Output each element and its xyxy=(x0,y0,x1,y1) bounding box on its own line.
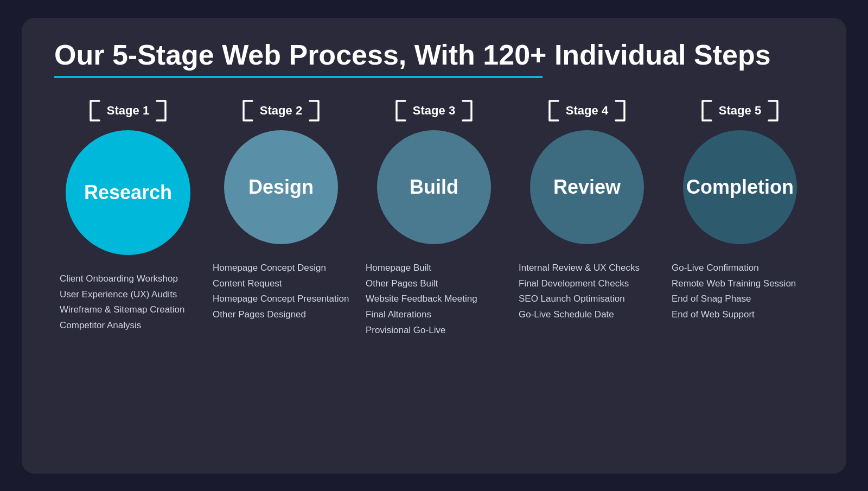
list-item: Competitor Analysis xyxy=(60,318,196,334)
bracket-left-icon xyxy=(545,99,560,123)
stage-col-5: Stage 5 CompletionGo-Live ConfirmationRe… xyxy=(666,99,814,323)
title-underline xyxy=(54,76,542,78)
stage-circle-label-2: Design xyxy=(248,176,314,198)
stage-label-1: Stage 1 xyxy=(101,99,155,123)
list-item: User Experience (UX) Audits xyxy=(60,287,196,303)
list-item: Homepage Built xyxy=(366,260,502,276)
stage-circle-label-1: Research xyxy=(84,182,172,203)
stage-circle-1: Research xyxy=(66,130,190,255)
stages-container: Stage 1 ResearchClient Onboarding Worksh… xyxy=(54,99,814,447)
title-section: Our 5-Stage Web Process, With 120+ Indiv… xyxy=(54,40,814,94)
bracket-right-icon xyxy=(155,99,170,123)
stage-label-4: Stage 4 xyxy=(560,99,614,123)
list-item: Homepage Concept Presentation xyxy=(213,291,349,307)
stage-items-2: Homepage Concept DesignContent RequestHo… xyxy=(207,260,355,323)
stage-circle-2: Design xyxy=(224,130,338,244)
bracket-right-icon xyxy=(767,99,782,123)
list-item: End of Snag Phase xyxy=(672,291,808,307)
bracket-right-icon xyxy=(308,99,323,123)
list-item: End of Web Support xyxy=(672,307,808,323)
stage-circle-label-5: Completion xyxy=(686,176,794,198)
list-item: Website Feedback Meeting xyxy=(366,291,502,307)
stage-label-3: Stage 3 xyxy=(407,99,461,123)
stage-label-5: Stage 5 xyxy=(713,99,767,123)
stage-bracket-3: Stage 3 xyxy=(360,99,508,123)
list-item: Remote Web Training Session xyxy=(672,276,808,292)
list-item: Go-Live Schedule Date xyxy=(519,307,655,323)
list-item: Go-Live Confirmation xyxy=(672,260,808,276)
list-item: Wireframe & Sitemap Creation xyxy=(60,302,196,318)
list-item: Other Pages Designed xyxy=(213,307,349,323)
bracket-left-icon xyxy=(392,99,407,123)
stage-col-2: Stage 2 DesignHomepage Concept DesignCon… xyxy=(207,99,355,323)
stage-label-2: Stage 2 xyxy=(254,99,308,123)
stage-bracket-5: Stage 5 xyxy=(666,99,814,123)
list-item: Client Onboarding Workshop xyxy=(60,271,196,287)
list-item: Final Alterations xyxy=(366,307,502,323)
stage-bracket-2: Stage 2 xyxy=(207,99,355,123)
list-item: Internal Review & UX Checks xyxy=(519,260,655,276)
list-item: Final Development Checks xyxy=(519,276,655,292)
stage-col-1: Stage 1 ResearchClient Onboarding Worksh… xyxy=(54,99,202,334)
stage-circle-5: Completion xyxy=(683,130,797,244)
bracket-left-icon xyxy=(698,99,713,123)
stage-bracket-1: Stage 1 xyxy=(54,99,202,123)
list-item: SEO Launch Optimisation xyxy=(519,291,655,307)
stage-circle-label-4: Review xyxy=(553,176,621,198)
stage-items-3: Homepage BuiltOther Pages BuiltWebsite F… xyxy=(360,260,508,339)
bracket-left-icon xyxy=(239,99,254,123)
main-card: Our 5-Stage Web Process, With 120+ Indiv… xyxy=(22,18,846,474)
page-title: Our 5-Stage Web Process, With 120+ Indiv… xyxy=(54,40,814,71)
stage-bracket-4: Stage 4 xyxy=(513,99,661,123)
stage-items-4: Internal Review & UX ChecksFinal Develop… xyxy=(513,260,661,323)
list-item: Provisional Go-Live xyxy=(366,323,502,339)
bracket-right-icon xyxy=(461,99,476,123)
list-item: Homepage Concept Design xyxy=(213,260,349,276)
stage-circle-3: Build xyxy=(377,130,491,244)
stage-circle-4: Review xyxy=(530,130,644,244)
list-item: Other Pages Built xyxy=(366,276,502,292)
stage-items-5: Go-Live ConfirmationRemote Web Training … xyxy=(666,260,814,323)
stage-circle-label-3: Build xyxy=(410,176,458,198)
list-item: Content Request xyxy=(213,276,349,292)
bracket-right-icon xyxy=(614,99,629,123)
stage-col-3: Stage 3 BuildHomepage BuiltOther Pages B… xyxy=(360,99,508,339)
bracket-left-icon xyxy=(86,99,101,123)
stage-col-4: Stage 4 ReviewInternal Review & UX Check… xyxy=(513,99,661,323)
stage-items-1: Client Onboarding WorkshopUser Experienc… xyxy=(54,271,202,334)
